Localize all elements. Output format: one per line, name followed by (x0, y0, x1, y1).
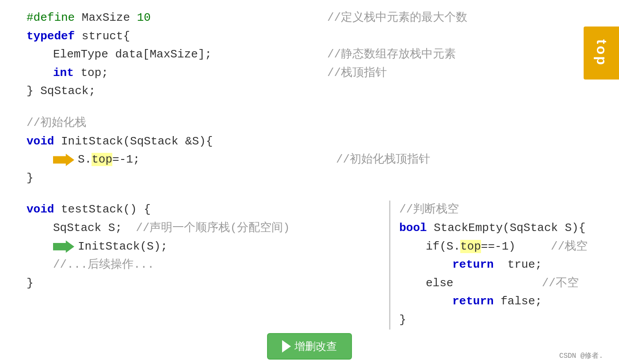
blank-line-1 (27, 101, 592, 114)
close-brace-2: } (27, 274, 34, 293)
code-line-stackempty-sig: bool StackEmpty(SqStack S){ (399, 219, 592, 238)
top-comment: //栈顶指针 (327, 64, 387, 83)
code-line-else: else //不空 (399, 274, 592, 293)
right-col: //判断栈空 bool StackEmpty(SqStack S){ if(S.… (389, 201, 592, 329)
sqstack-s-decl: SqStack S; (53, 219, 136, 238)
return-false: false; (501, 292, 542, 311)
initstack-sig: InitStack(SqStack &S){ (61, 133, 213, 151)
code-line-sqstack-s: SqStack S; //声明一个顺序栈(分配空间) (27, 219, 389, 238)
code-line-if-top: if(S.top==-1) //栈空 (399, 238, 592, 256)
stackempty-comment: //判断栈空 (399, 201, 459, 219)
btn-label: 增删改查 (294, 339, 337, 353)
return-keyword-2: return (452, 292, 501, 311)
define-value: 10 (137, 9, 151, 27)
else-comment: //不空 (542, 274, 578, 293)
footer-text: CSDN @修者. (559, 351, 603, 360)
define-keyword: #define (27, 9, 82, 27)
ops-comment: //...后续操作... (53, 256, 154, 274)
code-line-return-false: return false; (399, 292, 592, 311)
define-comment: //定义栈中元素的最大个数 (327, 9, 467, 27)
close-brace-1: } (27, 169, 34, 188)
int-keyword: int (53, 64, 80, 83)
footer-bar: CSDN @修者. (552, 348, 610, 364)
code-container: top #define MaxSize 10 //定义栈中元素的最大个数 typ… (0, 0, 619, 364)
btn-arrow-icon (282, 340, 291, 353)
struct-keyword: struct{ (82, 27, 130, 46)
stop-assign-comment: //初始化栈顶指针 (336, 151, 430, 169)
return-keyword-1: return (452, 256, 501, 274)
code-line-return-true: return true; (399, 256, 592, 274)
arrow-icon-1 (53, 154, 74, 166)
stop-assign-code: S.top=-1; (78, 151, 140, 169)
typedef-keyword: typedef (27, 27, 82, 46)
stackempty-sig: StackEmpty(SqStack S){ (434, 219, 585, 238)
close-brace-3: } (399, 311, 406, 330)
elemtype-comment: //静态数组存放栈中元素 (327, 46, 456, 64)
if-comment: //栈空 (551, 238, 588, 256)
code-line-define: #define MaxSize 10 //定义栈中元素的最大个数 (27, 9, 592, 27)
code-line-int-top: int top; //栈顶指针 (27, 64, 592, 83)
top-var: top; (80, 64, 108, 83)
code-line-initstack-call: InitStack(S); (27, 238, 389, 256)
bool-keyword: bool (399, 219, 434, 238)
code-line-close-1: } (27, 169, 592, 188)
void-keyword-1: void (27, 133, 61, 151)
elemtype-code: ElemType data[MaxSize]; (53, 46, 212, 64)
teststack-sig: testStack() { (61, 201, 151, 219)
sqstack-close: } SqStack; (27, 82, 96, 101)
code-line-sqstack-close: } SqStack; (27, 82, 592, 101)
code-line-initstack: void InitStack(SqStack &S){ (27, 133, 592, 151)
code-line-elemtype: ElemType data[MaxSize]; //静态数组存放栈中元素 (27, 46, 592, 64)
code-line-ops-comment: //...后续操作... (27, 256, 389, 274)
arrow-icon-2 (53, 240, 74, 253)
else-code: else (426, 274, 453, 293)
return-true: true; (501, 256, 542, 274)
code-line-typedef: typedef struct{ (27, 27, 592, 46)
code-line-close-3: } (399, 311, 592, 330)
define-name: MaxSize (82, 9, 137, 27)
code-line-teststack: void testStack() { (27, 201, 389, 219)
code-line-stackempty-comment: //判断栈空 (399, 201, 592, 219)
left-col: void testStack() { SqStack S; //声明一个顺序栈(… (27, 201, 389, 329)
split-layout: void testStack() { SqStack S; //声明一个顺序栈(… (27, 201, 592, 329)
btn-zengshangacha[interactable]: 增删改查 (267, 333, 352, 360)
code-line-stop-assign: S.top=-1; //初始化栈顶指针 (27, 151, 592, 169)
badge-text: top (593, 39, 610, 67)
void-keyword-2: void (27, 201, 61, 219)
if-code: if(S.top==-1) (426, 238, 516, 256)
initstack-call: InitStack(S); (78, 238, 168, 256)
sqstack-s-comment: //声明一个顺序栈(分配空间) (136, 219, 290, 238)
code-line-close-2: } (27, 274, 389, 293)
code-line-comment-init: //初始化栈 (27, 114, 592, 133)
init-comment: //初始化栈 (27, 114, 86, 133)
